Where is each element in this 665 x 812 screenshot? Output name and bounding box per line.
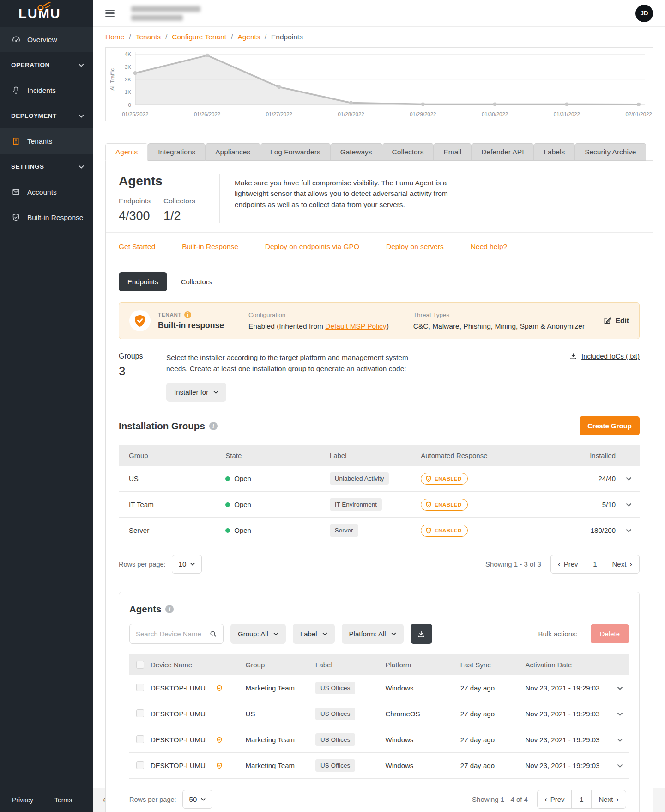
quick-link-built-in-response[interactable]: Built-in Response <box>182 243 238 251</box>
tab-gateways[interactable]: Gateways <box>331 143 382 161</box>
sidebar-section-deployment[interactable]: DEPLOYMENT <box>0 103 93 128</box>
chevron-down-icon <box>213 391 218 394</box>
company-name-redacted <box>131 6 200 21</box>
chevron-down-icon[interactable] <box>617 712 623 716</box>
avatar[interactable]: JD <box>635 5 653 22</box>
checkbox-cell <box>129 684 151 693</box>
group-cell: Marketing Team <box>246 762 315 769</box>
comet-icon <box>34 2 55 11</box>
device-name: DESKTOP-LUMU <box>151 710 206 718</box>
stat-label: Collectors <box>163 197 195 205</box>
chevron-down-icon[interactable] <box>617 764 623 768</box>
delete-button[interactable]: Delete <box>591 624 629 643</box>
breadcrumb-item[interactable]: Configure Tenant <box>172 33 226 41</box>
search-box[interactable] <box>129 624 224 644</box>
edit-label: Edit <box>616 317 629 325</box>
included-iocs-link[interactable]: Included IoCs (.txt) <box>569 352 640 360</box>
last-sync-cell: 27 day ago <box>460 684 526 692</box>
svg-text:4K: 4K <box>125 51 131 57</box>
sidebar-item-built-in-response[interactable]: Built-in Response <box>0 205 93 230</box>
platform-filter-dropdown[interactable]: Platform: All <box>342 624 404 644</box>
tab-appliances[interactable]: Appliances <box>206 143 260 161</box>
menu-icon[interactable] <box>105 10 115 17</box>
breadcrumb-item[interactable]: Home <box>105 33 124 41</box>
table-row: DESKTOP-LUMUMarketing TeamUS OfficesWind… <box>129 753 629 779</box>
group-filter-dropdown[interactable]: Group: All <box>230 624 286 644</box>
tab-collectors[interactable]: Collectors <box>382 143 434 161</box>
next-button[interactable]: Next› <box>592 790 626 808</box>
edit-button[interactable]: Edit <box>603 317 629 325</box>
chevron-down-icon[interactable] <box>626 503 632 507</box>
svg-text:01/26/2022: 01/26/2022 <box>194 111 220 117</box>
prev-button[interactable]: ‹Prev <box>538 790 572 808</box>
chevron-down-icon[interactable] <box>626 529 632 532</box>
sidebar-item-accounts[interactable]: Accounts <box>0 179 93 205</box>
chevron-down-icon[interactable] <box>617 738 623 742</box>
sidebar-item-overview[interactable]: Overview <box>0 27 93 52</box>
prev-button[interactable]: ‹Prev <box>551 555 585 573</box>
export-download-button[interactable] <box>411 624 432 644</box>
breadcrumb-item[interactable]: Tenants <box>136 33 161 41</box>
info-icon[interactable]: i <box>165 605 174 613</box>
chevron-down-icon[interactable] <box>617 686 623 690</box>
svg-text:2K: 2K <box>125 77 131 82</box>
row-checkbox[interactable] <box>136 735 144 743</box>
column-header: Activation Date <box>525 661 611 669</box>
info-icon[interactable]: i <box>184 311 191 318</box>
create-group-button[interactable]: Create Group <box>580 416 640 435</box>
group-cell: Marketing Team <box>246 684 315 692</box>
select-all-checkbox[interactable] <box>136 661 144 669</box>
next-button[interactable]: Next› <box>605 555 639 573</box>
tab-labels[interactable]: Labels <box>534 143 575 161</box>
label-filter-dropdown[interactable]: Label <box>293 624 335 644</box>
tab-email[interactable]: Email <box>434 143 472 161</box>
tab-defender-api[interactable]: Defender API <box>472 143 534 161</box>
tab-log-forwarders[interactable]: Log Forwarders <box>260 143 331 161</box>
row-checkbox[interactable] <box>136 761 144 769</box>
privacy-link[interactable]: Privacy <box>12 796 33 804</box>
quick-links-row: Get StartedBuilt-in ResponseDeploy on en… <box>106 232 653 261</box>
svg-text:01/27/2022: 01/27/2022 <box>266 111 292 117</box>
page-number[interactable]: 1 <box>571 790 592 808</box>
tab-agents[interactable]: Agents <box>105 143 148 161</box>
state-cell: Open <box>225 501 330 508</box>
tab-security-archive[interactable]: Security Archive <box>575 143 646 161</box>
quick-link-need-help-[interactable]: Need help? <box>471 243 507 251</box>
quick-link-get-started[interactable]: Get Started <box>119 243 155 251</box>
sidebar-section-operation[interactable]: OPERATION <box>0 52 93 78</box>
tab-integrations[interactable]: Integrations <box>148 143 206 161</box>
sidebar: LUMU Overview OPERATION Incidents DEPLOY… <box>0 0 93 812</box>
threat-types-label: Threat Types <box>413 311 585 318</box>
default-msp-policy-link[interactable]: Default MSP Policy <box>325 322 386 330</box>
breadcrumb-item[interactable]: Agents <box>237 33 260 41</box>
search-input[interactable] <box>136 630 205 638</box>
lumu-logo[interactable]: LUMU <box>0 0 93 27</box>
endpoints-toggle[interactable]: Endpoints <box>119 272 167 291</box>
enabled-badge: ENABLED <box>421 473 467 485</box>
page-number[interactable]: 1 <box>585 555 605 573</box>
quick-link-deploy-on-endpoints-via-gpo[interactable]: Deploy on endpoints via GPO <box>265 243 359 251</box>
shield-check-icon <box>11 213 21 222</box>
quick-link-deploy-on-servers[interactable]: Deploy on servers <box>386 243 444 251</box>
terms-link[interactable]: Terms <box>54 796 72 804</box>
sidebar-item-incidents[interactable]: Incidents <box>0 78 93 103</box>
rows-per-page-label: Rows per page: <box>129 796 176 803</box>
column-header: Installed <box>556 452 617 459</box>
shield-badge-icon <box>129 310 151 331</box>
state-cell: Open <box>225 526 330 534</box>
chevron-down-icon <box>79 63 84 67</box>
platform-cell: Windows <box>386 762 460 769</box>
rows-per-page-select[interactable]: 50 <box>182 790 213 809</box>
row-checkbox[interactable] <box>136 684 144 691</box>
info-icon[interactable]: i <box>209 422 218 430</box>
row-checkbox[interactable] <box>136 709 144 717</box>
sidebar-section-settings[interactable]: SETTINGS <box>0 154 93 179</box>
agents-description: Make sure you have full compromise visib… <box>235 174 451 223</box>
sidebar-item-tenants[interactable]: Tenants <box>0 128 93 154</box>
installer-for-dropdown[interactable]: Installer for <box>166 383 226 402</box>
chevron-down-icon[interactable] <box>626 477 632 481</box>
table-row: IT TeamOpenIT EnvironmentENABLED5/10 <box>119 492 640 518</box>
column-header: Group <box>119 452 225 459</box>
collectors-toggle[interactable]: Collectors <box>181 278 212 286</box>
rows-per-page-select[interactable]: 10 <box>172 555 202 574</box>
